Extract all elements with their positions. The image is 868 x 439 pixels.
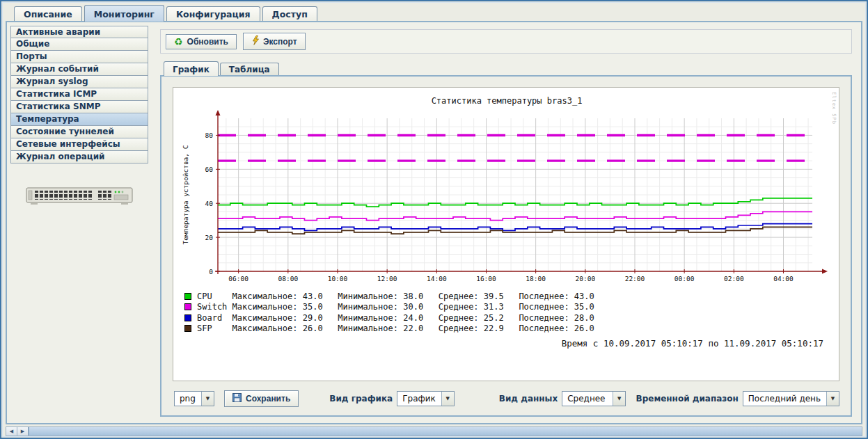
export-button[interactable]: Экспорт (243, 33, 306, 50)
sidebar-item-network-interfaces[interactable]: Сетевые интерфейсы (10, 138, 148, 151)
svg-text:60: 60 (205, 166, 214, 173)
svg-text:10:00: 10:00 (328, 275, 348, 282)
chart-view-select[interactable]: График ▼ (397, 391, 455, 406)
subtab-graph[interactable]: График (164, 61, 219, 76)
svg-text:20: 20 (205, 234, 214, 241)
sidebar-item-ports[interactable]: Порты (10, 51, 148, 63)
sidebar-item-general[interactable]: Общие (10, 38, 148, 51)
sidebar-item-event-log[interactable]: Журнал событий (10, 63, 148, 76)
time-range-label: Время с 10.09.2017 05:10:17 по 11.09.201… (180, 334, 833, 349)
sidebar-item-snmp-stats[interactable]: Статистика SNMP (10, 101, 148, 113)
time-range-select-label: Временной диапазон (636, 394, 739, 404)
data-view-label: Вид данных (499, 394, 558, 404)
legend-text: Switch Максимальное: 35.0 Минимальное: 3… (197, 302, 594, 312)
cpu-series-swatch (184, 293, 191, 300)
sidebar: Активные аварииОбщиеПортыЖурнал событийЖ… (10, 26, 148, 420)
export-button-label: Экспорт (263, 37, 297, 47)
scrollbar-thumb[interactable] (29, 427, 862, 436)
refresh-button[interactable]: ♻ Обновить (166, 34, 237, 49)
time-range-select[interactable]: Последний день ▼ (743, 391, 839, 406)
main-tabbar: ОписаниеМониторингКонфигурацияДоступ (6, 4, 862, 21)
data-view-select[interactable]: Среднее ▼ (562, 391, 626, 406)
time-range-value: Последний день (743, 392, 826, 406)
monitoring-tab-content: Активные аварииОбщиеПортыЖурнал событийЖ… (6, 21, 862, 424)
tab-description[interactable]: Описание (14, 6, 82, 22)
chart-legend: CPU Максимальное: 43.0 Минимальное: 38.0… (184, 291, 833, 334)
format-select-value: png (175, 392, 201, 406)
chart-title: Статистика температуры bras3_1 (180, 96, 833, 106)
temperature-chart: 02040608006:0008:0010:0012:0014:0016:001… (180, 109, 831, 284)
sidebar-item-icmp-stats[interactable]: Статистика ICMP (10, 88, 148, 101)
svg-text:18:00: 18:00 (526, 275, 546, 282)
sfp-series-swatch (184, 325, 191, 332)
svg-text:04:00: 04:00 (773, 275, 794, 282)
tab-configuration[interactable]: Конфигурация (166, 6, 260, 22)
chevron-down-icon[interactable]: ▼ (201, 392, 214, 406)
sidebar-item-operations-log[interactable]: Журнал операций (10, 151, 148, 163)
chart-subtabbar: ГрафикТаблица (160, 60, 852, 75)
legend-row: SFP Максимальное: 26.0 Минимальное: 22.0… (184, 324, 833, 335)
svg-text:08:00: 08:00 (278, 275, 299, 282)
sidebar-item-temperature[interactable]: Температура (10, 113, 148, 126)
svg-text:00:00: 00:00 (674, 275, 695, 282)
device-image (25, 184, 134, 210)
chart-watermark: Eltex SPb (831, 92, 837, 125)
legend-row: Board Максимальное: 29.0 Минимальное: 24… (184, 312, 833, 324)
refresh-button-label: Обновить (187, 37, 228, 47)
svg-text:0: 0 (209, 268, 213, 276)
chart-subpanel: Статистика температуры bras3_1 Eltex SPb… (160, 75, 852, 417)
legend-text: SFP Максимальное: 26.0 Минимальное: 22.0… (197, 324, 594, 333)
svg-text:80: 80 (205, 131, 214, 139)
switch-series-swatch (184, 303, 191, 310)
legend-text: Board Максимальное: 29.0 Минимальное: 24… (197, 313, 594, 323)
chart-panel: Статистика температуры bras3_1 Eltex SPb… (173, 87, 839, 381)
scroll-left-icon[interactable]: ◀ (6, 427, 17, 436)
chart-view-label: Вид графика (329, 394, 393, 404)
horizontal-scrollbar[interactable]: ◀ ▶ (6, 426, 862, 436)
data-view-value: Среднее (562, 392, 613, 406)
sidebar-item-syslog-log[interactable]: Журнал syslog (10, 76, 148, 88)
sidebar-item-active-alarms[interactable]: Активные аварии (10, 26, 148, 38)
subtab-table[interactable]: Таблица (220, 63, 279, 76)
format-select[interactable]: png ▼ (174, 391, 214, 406)
board-series-swatch (184, 314, 191, 321)
chart-view-value: График (397, 392, 441, 406)
export-icon (251, 35, 259, 47)
chevron-down-icon[interactable]: ▼ (826, 392, 839, 406)
legend-text: CPU Максимальное: 43.0 Минимальное: 38.0… (197, 292, 594, 301)
svg-text:20:00: 20:00 (576, 275, 596, 282)
svg-text:14:00: 14:00 (427, 275, 447, 282)
chart-controls: png ▼ Сохранить Вид графика График ▼ (173, 390, 839, 407)
svg-text:16:00: 16:00 (476, 275, 496, 282)
legend-row: CPU Максимальное: 43.0 Минимальное: 38.0… (184, 291, 833, 302)
sidebar-item-tunnels-state[interactable]: Состояние туннелей (10, 126, 148, 138)
toolbar: ♻ Обновить Экспорт (160, 29, 852, 54)
tab-access[interactable]: Доступ (262, 6, 317, 22)
chevron-down-icon[interactable]: ▼ (613, 392, 625, 406)
chevron-down-icon[interactable]: ▼ (441, 392, 454, 406)
tab-monitoring[interactable]: Мониторинг (84, 5, 164, 22)
svg-text:22:00: 22:00 (625, 275, 645, 282)
svg-text:06:00: 06:00 (228, 275, 248, 282)
svg-text:02:00: 02:00 (724, 275, 744, 282)
svg-text:40: 40 (205, 200, 214, 207)
save-button-label: Сохранить (246, 394, 290, 404)
scroll-right-icon[interactable]: ▶ (17, 427, 29, 436)
app-window: ОписаниеМониторингКонфигурацияДоступ Акт… (0, 0, 868, 439)
main-panel: ♻ Обновить Экспорт ГрафикТаблица Статист… (155, 26, 858, 420)
save-icon (232, 393, 242, 404)
svg-text:12:00: 12:00 (377, 275, 397, 282)
legend-row: Switch Максимальное: 35.0 Минимальное: 3… (184, 302, 833, 313)
svg-text:Температура устройства, C: Температура устройства, C (182, 145, 189, 245)
save-button[interactable]: Сохранить (224, 390, 299, 407)
refresh-icon: ♻ (174, 38, 183, 46)
